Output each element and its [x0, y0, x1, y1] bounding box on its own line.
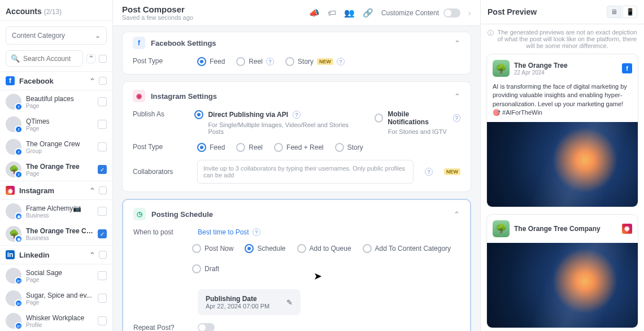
network-header[interactable]: inLinkedin⌃ — [0, 245, 112, 264]
network-checkbox[interactable] — [99, 186, 107, 194]
account-checkbox[interactable] — [98, 142, 107, 151]
avatar: f — [6, 139, 21, 155]
posting-schedule-card: ◷Posting Schedule ⌃ When to post Best ti… — [122, 199, 471, 331]
network-checkbox[interactable] — [99, 251, 107, 259]
schedule-option[interactable]: Schedule — [245, 244, 285, 253]
account-checkbox[interactable] — [98, 271, 107, 280]
account-type: Page — [26, 171, 93, 177]
composer-title: Post Composer — [122, 5, 193, 14]
network-name: Facebook — [19, 77, 54, 85]
help-icon[interactable]: ? — [253, 228, 260, 236]
schedule-option[interactable]: Add to Queue — [297, 244, 351, 253]
help-icon[interactable]: ? — [293, 111, 301, 119]
post-author: The Orange Tree — [514, 62, 568, 69]
chevron-up-icon: ⌃ — [89, 186, 95, 195]
search-box[interactable]: 🔍 — [6, 50, 83, 67]
account-item[interactable]: fThe Orange CrewGroup — [0, 136, 112, 158]
account-item[interactable]: 🌳fThe Orange TreePage✓ — [0, 158, 112, 181]
ig-collaborators-label: Collaborators — [133, 168, 189, 176]
collapse-sched-icon[interactable]: ⌃ — [454, 210, 460, 219]
preview-post: 🌳The Orange Tree Company◉ — [486, 214, 638, 328]
account-item[interactable]: inWhisker WorkplaceProfile — [0, 310, 112, 331]
help-icon[interactable]: ? — [453, 114, 460, 122]
preview-post: 🌳The Orange Tree22 Apr 2024fAI is transf… — [486, 54, 638, 207]
network-header[interactable]: fFacebook⌃ — [0, 71, 112, 90]
ig-publish-api-option[interactable]: Direct Publishing via API? For Single/Mu… — [194, 110, 357, 135]
repeat-post-toggle[interactable] — [198, 323, 215, 331]
facebook-settings-card: fFacebook Settings ⌃ Post Type Feed Reel… — [122, 32, 471, 75]
fb-post-type-reel[interactable]: Reel? — [236, 57, 274, 66]
link-icon[interactable]: 🔗 — [363, 8, 373, 18]
fb-post-type-story[interactable]: StoryNEW? — [285, 57, 345, 66]
avatar: in — [6, 313, 21, 329]
account-item[interactable]: 🌳◉The Orange Tree Com...Business✓ — [0, 223, 112, 245]
post-author: The Orange Tree Company — [514, 225, 601, 233]
edit-icon[interactable]: ✎ — [286, 298, 293, 307]
schedule-option[interactable]: Post Now — [192, 244, 233, 253]
tag-icon[interactable]: 🏷 — [328, 8, 336, 18]
preview-panel: Post Preview 🖥 📱 ⓘ The generated preview… — [480, 0, 644, 331]
account-name: Whisker Workplace — [26, 314, 93, 322]
publishing-date-box[interactable]: Publishing Date Apr 22, 2024 07:00 PM ✎ — [198, 289, 301, 315]
new-badge: NEW — [444, 168, 460, 175]
schedule-option[interactable]: Draft — [192, 264, 219, 273]
avatar: f — [6, 116, 21, 132]
account-item[interactable]: fBeautiful placesPage — [0, 90, 112, 113]
account-checkbox[interactable] — [98, 316, 107, 325]
select-all-checkbox[interactable] — [99, 55, 107, 63]
avatar: in — [6, 290, 21, 306]
collapse-search-button[interactable]: ⌃ — [86, 54, 95, 63]
account-type: Group — [26, 148, 93, 154]
ig-collaborators-input[interactable]: Invite up to 3 collaborators by typing t… — [197, 160, 414, 184]
account-checkbox[interactable] — [98, 294, 107, 303]
account-checkbox[interactable]: ✓ — [98, 229, 107, 238]
network-icon: in — [6, 250, 15, 259]
account-name: Frame Alchemy📷 — [26, 204, 93, 212]
account-checkbox[interactable] — [98, 97, 107, 106]
fb-post-type-feed[interactable]: Feed — [197, 57, 225, 66]
collapse-fb-icon[interactable]: ⌃ — [454, 39, 460, 47]
instagram-settings-title: Instagram Settings — [151, 92, 217, 101]
next-icon[interactable]: › — [468, 8, 471, 18]
chevron-down-icon: ⌄ — [95, 32, 101, 40]
account-type: Business — [26, 212, 93, 219]
network-header[interactable]: ◉Instagram⌃ — [0, 181, 112, 200]
account-item[interactable]: inSugar, Spice and ev...Page — [0, 287, 112, 310]
people-icon[interactable]: 👥 — [344, 8, 355, 18]
customize-content-toggle[interactable] — [443, 8, 460, 18]
post-avatar: 🌳 — [493, 60, 510, 77]
desktop-preview-button[interactable]: 🖥 — [607, 6, 621, 18]
help-icon[interactable]: ? — [337, 58, 345, 66]
network-checkbox[interactable] — [99, 77, 107, 85]
account-item[interactable]: ◉Frame Alchemy📷Business — [0, 200, 112, 223]
ig-post-type-feedreel[interactable]: Feed + Reel — [274, 143, 324, 152]
account-checkbox[interactable] — [98, 207, 107, 216]
account-checkbox[interactable]: ✓ — [98, 165, 107, 174]
account-item[interactable]: fQTimesPage — [0, 113, 112, 136]
ig-post-type-reel[interactable]: Reel — [236, 143, 263, 152]
help-icon[interactable]: ? — [425, 168, 433, 176]
facebook-settings-title: Facebook Settings — [151, 39, 216, 47]
publishing-date-value: Apr 22, 2024 07:00 PM — [206, 303, 269, 310]
account-checkbox[interactable] — [98, 120, 107, 129]
network-icon: f — [6, 76, 15, 85]
avatar: 🌳◉ — [6, 226, 21, 242]
best-time-to-post-link[interactable]: Best time to Post? — [198, 228, 260, 236]
post-image — [487, 122, 638, 207]
composer-header: Post Composer Saved a few seconds ago 📣 … — [113, 0, 480, 26]
post-text: AI is transforming the face of digital m… — [487, 82, 638, 122]
content-category-select[interactable]: Content Category ⌄ — [6, 27, 107, 45]
account-item[interactable]: inSocial SagePage — [0, 264, 112, 287]
ig-post-type-story[interactable]: Story — [335, 143, 363, 152]
collapse-ig-icon[interactable]: ⌃ — [454, 92, 460, 101]
fb-post-type-label: Post Type — [133, 57, 189, 65]
help-icon[interactable]: ? — [266, 58, 274, 66]
mobile-preview-button[interactable]: 📱 — [623, 6, 637, 18]
megaphone-icon[interactable]: 📣 — [309, 8, 320, 18]
search-input[interactable] — [23, 55, 78, 63]
ig-publish-mobile-option[interactable]: Mobile Notifications? For Stories and IG… — [375, 110, 460, 135]
network-name: Instagram — [19, 186, 54, 195]
ig-post-type-feed[interactable]: Feed — [197, 143, 225, 152]
chevron-up-icon: ⌃ — [89, 77, 95, 85]
schedule-option[interactable]: Add To Content Category — [363, 244, 451, 253]
